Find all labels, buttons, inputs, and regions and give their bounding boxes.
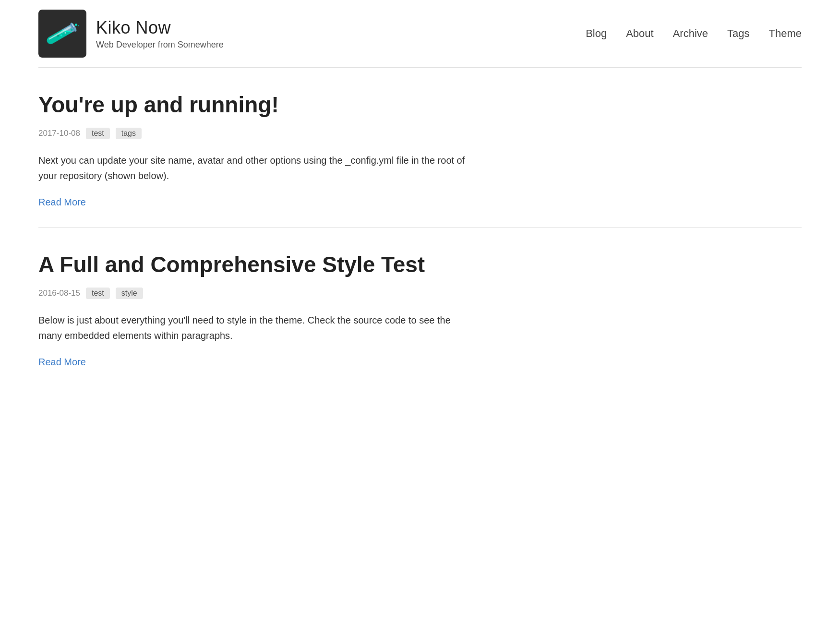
nav-tags[interactable]: Tags xyxy=(727,27,749,40)
post-item: You're up and running! 2017-10-08 testta… xyxy=(38,68,802,227)
post-excerpt: Below is just about everything you'll ne… xyxy=(38,312,470,343)
nav-archive[interactable]: Archive xyxy=(673,27,708,40)
post-item: A Full and Comprehensive Style Test 2016… xyxy=(38,227,802,387)
main-nav: Blog About Archive Tags Theme xyxy=(586,27,802,40)
site-header: 🧪 Kiko Now Web Developer from Somewhere … xyxy=(0,0,840,67)
post-meta: 2016-08-15 teststyle xyxy=(38,288,802,299)
header-left: 🧪 Kiko Now Web Developer from Somewhere xyxy=(38,10,224,58)
post-title: You're up and running! xyxy=(38,92,802,118)
logo-icon: 🧪 xyxy=(44,15,82,52)
post-tag: test xyxy=(86,288,110,299)
post-title: A Full and Comprehensive Style Test xyxy=(38,252,802,278)
site-tagline: Web Developer from Somewhere xyxy=(96,40,224,50)
post-excerpt: Next you can update your site name, avat… xyxy=(38,153,470,183)
post-date: 2017-10-08 xyxy=(38,129,80,138)
read-more-link[interactable]: Read More xyxy=(38,197,86,207)
post-tag: style xyxy=(116,288,143,299)
post-tag: tags xyxy=(116,128,142,139)
site-logo: 🧪 xyxy=(38,10,86,58)
post-date: 2016-08-15 xyxy=(38,288,80,298)
nav-about[interactable]: About xyxy=(626,27,654,40)
site-title-block: Kiko Now Web Developer from Somewhere xyxy=(96,18,224,50)
nav-blog[interactable]: Blog xyxy=(586,27,607,40)
post-meta: 2017-10-08 testtags xyxy=(38,128,802,139)
nav-theme[interactable]: Theme xyxy=(769,27,802,40)
read-more-link[interactable]: Read More xyxy=(38,357,86,367)
post-tag: test xyxy=(86,128,110,139)
site-name: Kiko Now xyxy=(96,18,224,38)
main-content: You're up and running! 2017-10-08 testta… xyxy=(0,68,840,387)
